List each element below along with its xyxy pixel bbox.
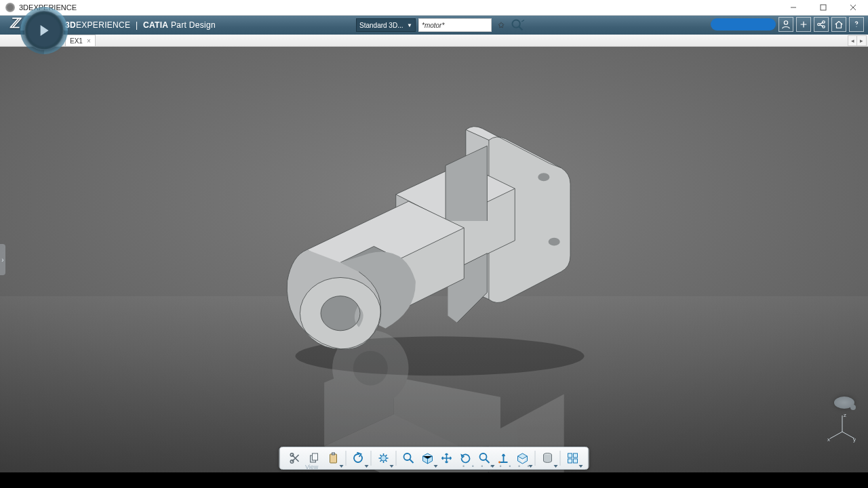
- search-input[interactable]: [418, 18, 492, 32]
- view-cloud-icon[interactable]: [834, 396, 854, 409]
- svg-point-13: [353, 351, 388, 386]
- viewport-3d[interactable]: z x y View • • • • • • • •: [0, 47, 868, 472]
- update-button[interactable]: [375, 449, 393, 467]
- tab-label: EX1: [70, 37, 83, 45]
- app-icon: [5, 3, 15, 12]
- svg-point-15: [549, 238, 560, 246]
- svg-point-2: [784, 21, 787, 24]
- copy-button[interactable]: [306, 449, 323, 467]
- window-maximize-button[interactable]: [808, 0, 838, 16]
- undo-button[interactable]: [350, 449, 368, 467]
- separator: [535, 451, 536, 466]
- zoomin-button[interactable]: [476, 449, 494, 467]
- home-button[interactable]: [831, 17, 846, 32]
- zoom-button[interactable]: [400, 449, 418, 467]
- search-icon[interactable]: [511, 18, 524, 32]
- tab-ex1[interactable]: EX1 ×: [65, 35, 96, 46]
- tab-close-icon[interactable]: ×: [87, 37, 91, 45]
- separator: [560, 451, 561, 466]
- ds-logo-icon: ℤ: [9, 15, 20, 31]
- window-close-button[interactable]: [838, 0, 868, 16]
- iso-button[interactable]: [514, 449, 532, 467]
- grid-button[interactable]: [564, 449, 582, 467]
- user-name-redacted: [711, 18, 776, 30]
- svg-marker-19: [446, 146, 487, 221]
- render-button[interactable]: [539, 449, 557, 467]
- rotate-button[interactable]: [457, 449, 475, 467]
- windows-taskbar: [0, 472, 868, 488]
- separator: [346, 451, 347, 466]
- document-tabstrip: EX1 × ◂ ▸: [0, 35, 868, 47]
- svg-text:y: y: [853, 436, 856, 443]
- search-area: Standard 3D...▼ ✩: [356, 17, 524, 33]
- separator: [371, 451, 372, 466]
- tab-prev-button[interactable]: ◂: [848, 35, 857, 46]
- profile-button[interactable]: [778, 17, 793, 32]
- cut-button[interactable]: [287, 449, 304, 467]
- command-bar: View • • • • • • • •: [279, 447, 589, 470]
- search-scope-combo[interactable]: Standard 3D...▼: [356, 18, 416, 32]
- viewmode-button[interactable]: [419, 449, 437, 467]
- paste-button[interactable]: [325, 449, 342, 467]
- help-button[interactable]: [849, 17, 864, 32]
- brand-label: 3DEXPERIENCE | CATIA Part Design: [65, 20, 216, 30]
- play-icon: [41, 25, 49, 36]
- normal-button[interactable]: [495, 449, 513, 467]
- window-minimize-button[interactable]: [778, 0, 808, 16]
- svg-point-14: [538, 173, 549, 181]
- part-model: [244, 108, 624, 420]
- separator: [396, 451, 397, 466]
- axis-gizmo[interactable]: z x y: [826, 411, 859, 444]
- svg-point-1: [513, 20, 520, 28]
- svg-text:x: x: [827, 436, 830, 443]
- pan-button[interactable]: [438, 449, 456, 467]
- svg-text:z: z: [844, 412, 846, 418]
- compass-widget[interactable]: ℤ: [24, 11, 64, 50]
- window-titlebar: 3DEXPERIENCE: [0, 0, 868, 16]
- favorite-icon[interactable]: ✩: [494, 18, 508, 32]
- tab-next-button[interactable]: ▸: [857, 35, 867, 46]
- add-button[interactable]: [796, 17, 811, 32]
- share-button[interactable]: [814, 17, 829, 32]
- app-header: 3DEXPERIENCE | CATIA Part Design Standar…: [0, 16, 868, 35]
- spec-tree-expander[interactable]: [0, 244, 5, 275]
- svg-rect-0: [821, 5, 826, 10]
- svg-point-3: [818, 23, 821, 26]
